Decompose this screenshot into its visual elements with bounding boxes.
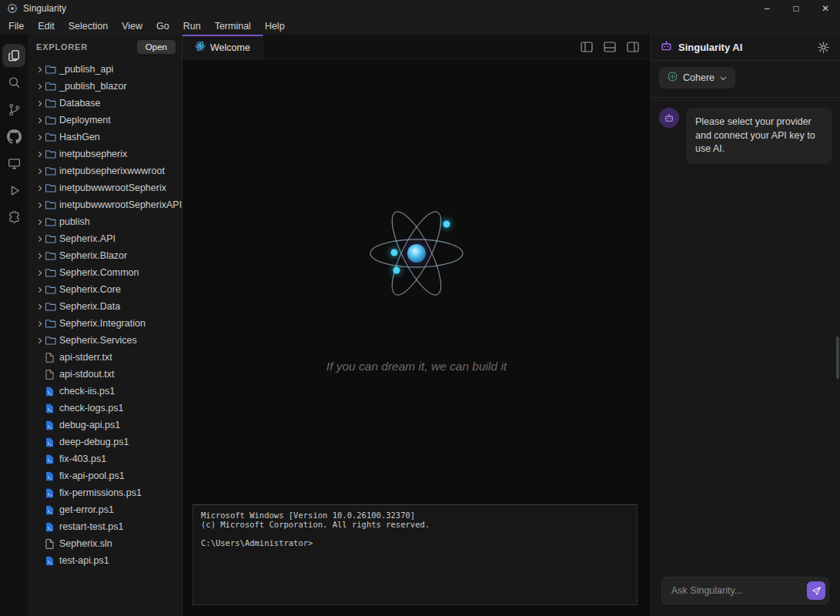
tree-item-inetpubsepherixwwwroot[interactable]: inetpubsepherixwwwroot: [28, 162, 182, 179]
tree-item-inetpubwwwrootSepherixAPI[interactable]: inetpubwwwrootSepherixAPI: [28, 196, 182, 213]
ask-singularity-input[interactable]: [661, 577, 829, 604]
folder-icon: [45, 268, 59, 277]
tree-item-debug-api.ps1[interactable]: debug-api.ps1: [28, 417, 182, 434]
chevron-right-icon: [35, 270, 45, 276]
tree-item-fix-403.ps1[interactable]: fix-403.ps1: [28, 450, 182, 467]
git-branch-icon: [7, 102, 22, 117]
tree-item-HashGen[interactable]: HashGen: [28, 129, 182, 146]
layout-bottom-icon: [604, 42, 616, 52]
menu-item-go[interactable]: Go: [149, 19, 176, 33]
tree-item-label: fix-api-pool.ps1: [59, 470, 125, 481]
chevron-right-icon: [35, 320, 45, 327]
tree-item-fix-api-pool.ps1[interactable]: fix-api-pool.ps1: [28, 467, 182, 484]
tree-item-Sepherix.Integration[interactable]: Sepherix.Integration: [28, 315, 182, 332]
ps1-file-icon: [45, 437, 59, 447]
tree-item-label: Sepherix.sln: [59, 538, 112, 549]
toggle-left-sidebar-button[interactable]: [578, 38, 595, 55]
tree-item-Sepherix.Common[interactable]: Sepherix.Common: [28, 264, 182, 281]
activity-extensions-button[interactable]: [2, 206, 25, 229]
tree-item-Sepherix.Data[interactable]: Sepherix.Data: [28, 298, 182, 315]
maximize-button[interactable]: □: [781, 0, 811, 17]
tree-item-Sepherix.Blazor[interactable]: Sepherix.Blazor: [28, 247, 182, 264]
atom-logo: [340, 190, 494, 318]
tree-item-Sepherix.sln[interactable]: Sepherix.sln: [28, 535, 182, 552]
menu-item-run[interactable]: Run: [176, 19, 208, 33]
ps1-file-icon: [45, 522, 59, 532]
send-icon: [812, 586, 822, 596]
tree-item-label: Database: [59, 98, 101, 109]
tree-item-label: restart-test.ps1: [59, 521, 123, 532]
file-tree: _publish_api_publish_blazorDatabaseDeplo…: [28, 59, 182, 616]
txt-file-icon: [45, 370, 59, 380]
activity-search-button[interactable]: [2, 71, 25, 94]
folder-icon: [45, 285, 59, 294]
open-button[interactable]: Open: [137, 40, 176, 54]
activity-run-debug-button[interactable]: [2, 179, 25, 202]
menu-item-view[interactable]: View: [115, 19, 149, 33]
tree-item-Sepherix.API[interactable]: Sepherix.API: [28, 230, 182, 247]
ps1-file-icon: [45, 471, 59, 481]
ps1-file-icon: [45, 505, 59, 515]
toggle-right-sidebar-button[interactable]: [624, 38, 641, 55]
explorer-panel: EXPLORER Open _publish_api_publish_blazo…: [28, 35, 182, 616]
tree-item-get-error.ps1[interactable]: get-error.ps1: [28, 501, 182, 518]
menu-item-edit[interactable]: Edit: [31, 19, 62, 33]
tree-item-fix-permissions.ps1[interactable]: fix-permissions.ps1: [28, 484, 182, 501]
close-button[interactable]: ✕: [811, 0, 840, 17]
tree-item-api-stdout.txt[interactable]: api-stdout.txt: [28, 366, 182, 383]
ai-chat-area: Please select your provider and connect …: [651, 98, 840, 577]
toggle-bottom-panel-button[interactable]: [601, 38, 618, 55]
robot-icon: [660, 40, 673, 55]
chevron-right-icon: [35, 219, 45, 226]
tree-item-inetpubwwwrootSepherix[interactable]: inetpubwwwrootSepherix: [28, 179, 182, 196]
activity-remote-monitor-button[interactable]: [2, 152, 25, 175]
menu-item-file[interactable]: File: [2, 19, 31, 33]
activity-github-button[interactable]: [2, 125, 25, 148]
tree-item-Sepherix.Core[interactable]: Sepherix.Core: [28, 281, 182, 298]
tree-item-check-logs.ps1[interactable]: check-logs.ps1: [28, 400, 182, 417]
folder-icon: [45, 319, 59, 328]
txt-file-icon: [45, 353, 59, 363]
activity-explorer-button[interactable]: [2, 44, 25, 67]
chevron-right-icon: [35, 202, 45, 209]
terminal-output: Microsoft Windows [Version 10.0.26100.32…: [201, 511, 629, 547]
tab-bar: Welcome: [182, 35, 651, 59]
folder-icon: [45, 217, 59, 226]
chevron-right-icon: [35, 303, 45, 310]
folder-icon: [45, 99, 59, 108]
tree-item-Deployment[interactable]: Deployment: [28, 112, 182, 129]
tree-item-_publish_api[interactable]: _publish_api: [28, 61, 182, 78]
tree-item-Sepherix.Services[interactable]: Sepherix.Services: [28, 332, 182, 349]
tree-item-_publish_blazor[interactable]: _publish_blazor: [28, 78, 182, 95]
tree-item-label: debug-api.ps1: [59, 420, 120, 430]
tree-item-label: api-stderr.txt: [59, 352, 112, 363]
minimize-button[interactable]: –: [752, 0, 781, 17]
tree-item-publish[interactable]: publish: [28, 213, 182, 230]
tree-item-check-iis.ps1[interactable]: check-iis.ps1: [28, 383, 182, 400]
app-logo-icon: [7, 3, 18, 14]
puzzle-icon: [7, 210, 22, 225]
tree-item-inetpubsepherix[interactable]: inetpubsepherix: [28, 146, 182, 162]
tree-item-label: api-stdout.txt: [59, 369, 115, 380]
menu-item-selection[interactable]: Selection: [62, 19, 115, 33]
scrollbar-thumb[interactable]: [836, 336, 839, 379]
tree-item-label: deep-debug.ps1: [59, 437, 129, 447]
tree-item-Database[interactable]: Database: [28, 95, 182, 112]
tree-item-restart-test.ps1[interactable]: restart-test.ps1: [28, 518, 182, 535]
chevron-right-icon: [35, 151, 45, 158]
tree-item-deep-debug.ps1[interactable]: deep-debug.ps1: [28, 434, 182, 450]
activity-source-control-button[interactable]: [2, 98, 25, 121]
provider-select[interactable]: Cohere: [659, 67, 735, 89]
tree-item-test-api.ps1[interactable]: test-api.ps1: [28, 552, 182, 569]
tree-item-label: Deployment: [59, 115, 111, 126]
menu-item-help[interactable]: Help: [258, 19, 292, 33]
github-icon: [7, 129, 22, 144]
terminal-panel[interactable]: Microsoft Windows [Version 10.0.26100.32…: [192, 504, 638, 605]
menu-item-terminal[interactable]: Terminal: [208, 19, 258, 33]
tab-welcome[interactable]: Welcome: [182, 35, 263, 59]
ai-settings-button[interactable]: [815, 39, 832, 56]
send-button[interactable]: [807, 581, 825, 600]
layout-right-icon: [627, 42, 639, 52]
chevron-down-icon: [720, 72, 727, 83]
tree-item-api-stderr.txt[interactable]: api-stderr.txt: [28, 349, 182, 366]
